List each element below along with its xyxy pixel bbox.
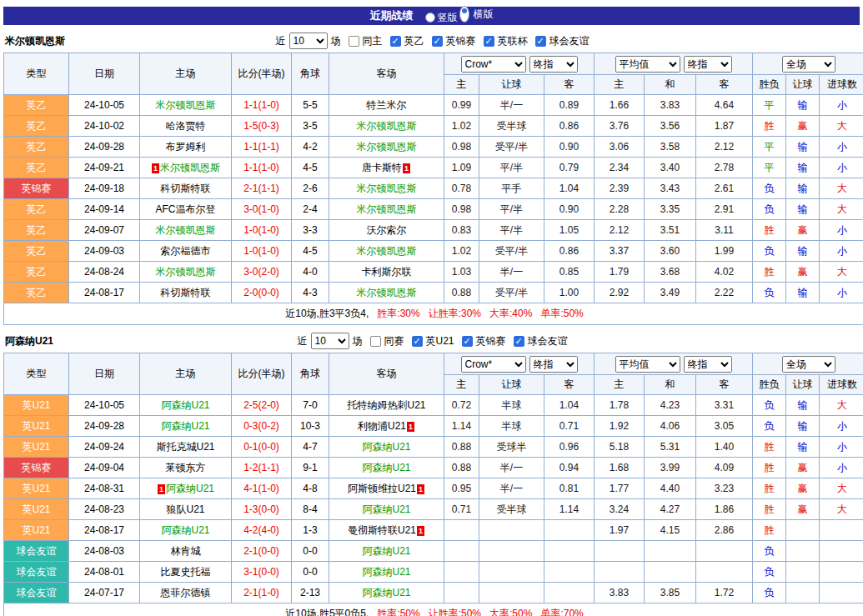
odds-company-select[interactable]: Crow*	[461, 356, 526, 373]
radio-label: 竖版	[438, 11, 458, 25]
home-team-link[interactable]: 米尔顿凯恩斯	[156, 224, 216, 236]
results-table: 类型日期主场比分(半场)角球客场Crow*终指平均值终指全场主让球客主和客胜负让…	[3, 353, 863, 616]
away-team-link[interactable]: 阿森纳U21	[362, 441, 410, 453]
score-cell[interactable]: 1-5(0-3)	[232, 116, 292, 137]
scope-select[interactable]: 全场	[782, 356, 835, 373]
away-team-link[interactable]: 阿森纳U21	[362, 462, 410, 473]
score-cell[interactable]: 1-1(1-0)	[232, 158, 292, 178]
score-cell[interactable]: 2-0(0-0)	[232, 283, 292, 303]
away-team-link[interactable]: 米尔顿凯恩斯	[357, 245, 417, 257]
home-team-link[interactable]: 阿森纳U21	[161, 420, 209, 432]
score-cell[interactable]: 1-0(1-0)	[232, 220, 292, 241]
home-team-link[interactable]: 哈洛贾特	[166, 120, 206, 132]
home-team-link[interactable]: 恩菲尔德镇	[161, 587, 211, 598]
score-cell[interactable]: 1-3(0-0)	[232, 499, 292, 520]
score-cell[interactable]: 0-1(0-0)	[232, 437, 292, 458]
avg-value-select[interactable]: 平均值	[615, 56, 680, 73]
away-team-link[interactable]: 利物浦U21	[358, 420, 406, 432]
league-filter-checkbox[interactable]	[462, 336, 473, 347]
home-team-link[interactable]: 狼队U21	[166, 503, 204, 515]
result-outcome-cell: 负	[753, 562, 786, 583]
away-team-cell: 卡利斯尔联	[329, 262, 444, 283]
away-team-link[interactable]: 特兰米尔	[367, 99, 407, 111]
league-filter-checkbox[interactable]	[432, 36, 443, 47]
home-team-link[interactable]: 索尔福德市	[161, 245, 211, 257]
league-filter-checkbox[interactable]	[514, 336, 524, 347]
away-team-link[interactable]: 米尔顿凯恩斯	[357, 141, 417, 153]
layout-radio-vertical[interactable]: 竖版	[425, 11, 458, 25]
away-team-link[interactable]: 米尔顿凯恩斯	[357, 120, 417, 132]
score-cell[interactable]: 2-1(1-1)	[232, 178, 292, 199]
score-cell[interactable]: 2-1(1-0)	[232, 583, 292, 603]
away-team-link[interactable]: 阿森纳U21	[362, 587, 410, 598]
league-cell: 英乙	[4, 199, 69, 220]
score-cell[interactable]: 2-1(0-0)	[232, 541, 292, 562]
score-cell[interactable]: 1-1(1-0)	[232, 95, 292, 116]
score-cell[interactable]: 4-2(4-0)	[232, 520, 292, 541]
result-outcome-cell: 负	[753, 199, 786, 220]
away-team-link[interactable]: 米尔顿凯恩斯	[357, 203, 417, 215]
score-cell[interactable]: 2-5(2-0)	[232, 395, 292, 416]
result-handicap-cell: 赢	[786, 116, 820, 137]
odds-stage-select[interactable]: 终指	[529, 56, 578, 73]
away-team-link[interactable]: 阿森纳U21	[362, 545, 410, 557]
score-cell[interactable]: 4-1(1-0)	[232, 478, 292, 499]
avg-stage-select[interactable]: 终指	[684, 356, 732, 373]
home-team-link[interactable]: 比夏史托福	[161, 566, 211, 578]
home-team-link[interactable]: 斯托克城U21	[156, 441, 214, 453]
away-team-link[interactable]: 曼彻斯特联U21	[348, 524, 416, 536]
score-cell[interactable]: 1-2(1-1)	[232, 458, 292, 478]
home-team-cell: 斯托克城U21	[140, 437, 232, 458]
score-cell[interactable]: 0-3(0-2)	[232, 416, 292, 437]
score-cell[interactable]: 1-0(1-0)	[232, 241, 292, 262]
away-team-link[interactable]: 米尔顿凯恩斯	[357, 287, 417, 298]
league-cell: 英乙	[4, 158, 69, 178]
away-team-link[interactable]: 米尔顿凯恩斯	[357, 183, 417, 194]
score-cell[interactable]: 3-0(2-0)	[232, 262, 292, 283]
filter-bar: 阿森纳U21近10场同赛英U21英锦赛球会友谊	[3, 329, 860, 353]
score-cell[interactable]: 1-1(1-1)	[232, 137, 292, 158]
home-team-link[interactable]: 阿森纳U21	[166, 483, 214, 494]
odds-home-cell: 1.09	[444, 158, 479, 178]
home-team-link[interactable]: 阿森纳U21	[161, 524, 209, 536]
league-filter-checkbox[interactable]	[484, 36, 494, 47]
odds-company-select[interactable]: Crow*	[461, 56, 526, 73]
odds-home-cell: 0.98	[444, 137, 479, 158]
home-team-link[interactable]: AFC温布尔登	[156, 203, 216, 215]
home-team-link[interactable]: 米尔顿凯恩斯	[156, 99, 216, 111]
league-filter-checkbox[interactable]	[390, 36, 401, 47]
avg-value-select[interactable]: 平均值	[615, 356, 680, 373]
home-team-link[interactable]: 米尔顿凯恩斯	[156, 266, 216, 278]
away-team-link[interactable]: 沃尔索尔	[367, 224, 407, 236]
away-team-link[interactable]: 唐卡斯特	[362, 162, 402, 173]
league-filter-checkbox[interactable]	[535, 36, 546, 47]
handicap-cell: 半/一	[479, 262, 544, 283]
league-cell: 英乙	[4, 220, 69, 241]
same-filter-checkbox[interactable]	[349, 36, 359, 47]
home-team-link[interactable]: 科切斯特联	[161, 287, 211, 298]
filter-label: 场	[353, 334, 363, 348]
home-team-link[interactable]: 科切斯特联	[161, 183, 211, 194]
match-count-select[interactable]: 10	[311, 333, 349, 349]
home-team-link[interactable]: 莱顿东方	[166, 462, 206, 473]
home-team-link[interactable]: 布罗姆利	[166, 141, 206, 153]
odds-stage-select[interactable]: 终指	[529, 356, 578, 373]
score-cell[interactable]: 3-0(1-0)	[232, 199, 292, 220]
away-team-link[interactable]: 卡利斯尔联	[362, 266, 412, 278]
home-team-link[interactable]: 阿森纳U21	[161, 399, 209, 411]
home-team-link[interactable]: 米尔顿凯恩斯	[160, 162, 220, 173]
league-filter-checkbox[interactable]	[412, 336, 423, 347]
away-team-link[interactable]: 阿斯顿维拉U21	[348, 483, 416, 494]
match-count-select[interactable]: 10	[289, 33, 328, 49]
home-team-link[interactable]: 林肯城	[171, 545, 201, 557]
score-cell[interactable]: 3-1(0-0)	[232, 562, 292, 583]
same-filter-checkbox[interactable]	[370, 336, 381, 347]
avg-stage-select[interactable]: 终指	[684, 56, 732, 73]
result-goals-cell	[820, 562, 863, 583]
layout-radio-horizontal[interactable]: 横版	[458, 6, 494, 23]
away-team-link[interactable]: 阿森纳U21	[362, 503, 410, 515]
date-cell: 24-10-05	[69, 95, 140, 116]
scope-select[interactable]: 全场	[782, 56, 835, 73]
away-team-link[interactable]: 阿森纳U21	[362, 566, 410, 578]
away-team-link[interactable]: 托特纳姆热刺U21	[347, 399, 425, 411]
